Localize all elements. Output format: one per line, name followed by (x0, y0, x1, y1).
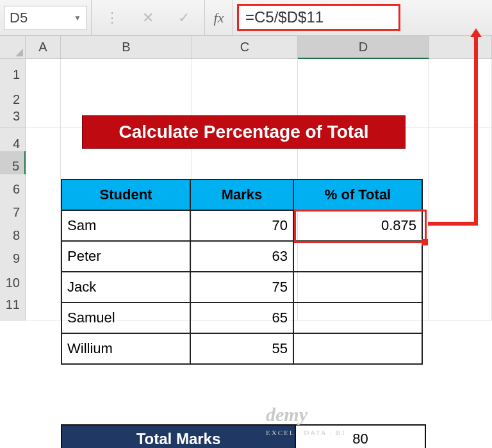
total-value[interactable]: 80 (295, 424, 426, 448)
name-box-value: D5 (10, 10, 28, 26)
cell-student[interactable]: Jack (62, 272, 190, 303)
formula-text: =C5/$D$11 (245, 8, 324, 26)
dots-icon: ⋮ (103, 9, 121, 27)
col-marks[interactable]: Marks (190, 179, 293, 210)
row-head-11[interactable]: 11 (0, 290, 26, 320)
cell-marks[interactable]: 65 (190, 303, 293, 333)
cell-student[interactable]: Samuel (62, 303, 190, 333)
table-row[interactable]: Jack75 (62, 272, 422, 303)
cell-marks[interactable]: 63 (190, 241, 293, 272)
cell-pct[interactable] (293, 272, 422, 303)
col-head-A[interactable]: A (26, 36, 61, 59)
annotation-arrow-v (474, 33, 478, 226)
total-label[interactable]: Total Marks (61, 424, 295, 448)
cell-student[interactable]: Willium (62, 333, 190, 364)
fill-handle[interactable] (422, 239, 428, 245)
cell[interactable] (26, 290, 61, 320)
col-head-D[interactable]: D (298, 36, 429, 59)
cell[interactable] (429, 290, 492, 320)
cell-marks[interactable]: 70 (190, 210, 293, 241)
cancel-icon[interactable]: ✕ (139, 9, 157, 27)
cell-pct[interactable] (293, 303, 422, 333)
cell[interactable] (26, 105, 61, 128)
table-row[interactable]: Willium55 (62, 333, 422, 364)
cell-student[interactable]: Peter (62, 241, 190, 272)
table-row[interactable]: Peter63 (62, 241, 422, 272)
table-row[interactable]: Sam700.875 (62, 210, 422, 241)
chevron-down-icon[interactable]: ▼ (74, 13, 81, 22)
cell-pct[interactable]: 0.875 (293, 210, 422, 241)
formula-input-wrap: =C5/$D$11 (233, 0, 492, 35)
cell-marks[interactable]: 55 (190, 333, 293, 364)
name-box[interactable]: D5 ▼ (4, 6, 87, 30)
fx-icon[interactable]: fx (205, 0, 233, 35)
cell-pct[interactable] (293, 241, 422, 272)
col-student[interactable]: Student (62, 179, 190, 210)
col-head-B[interactable]: B (61, 36, 192, 59)
name-box-wrap: D5 ▼ (0, 0, 92, 35)
cell-pct[interactable] (293, 333, 422, 364)
title-banner: Calculate Percentage of Total (82, 115, 406, 149)
annotation-arrow-h (428, 222, 478, 226)
col-pct[interactable]: % of Total (293, 179, 422, 210)
cell[interactable] (429, 105, 492, 128)
table-row[interactable]: Samuel65 (62, 303, 422, 333)
formula-bar: D5 ▼ ⋮ ✕ ✓ fx =C5/$D$11 (0, 0, 492, 36)
cell-student[interactable]: Sam (62, 210, 190, 241)
formula-bar-buttons: ⋮ ✕ ✓ (92, 0, 205, 35)
row-head-3[interactable]: 3 (0, 105, 26, 128)
accept-icon[interactable]: ✓ (175, 9, 193, 27)
total-row: Total Marks 80 (61, 424, 426, 448)
col-head-extra (429, 36, 492, 59)
data-table: Student Marks % of Total Sam700.875Peter… (61, 179, 423, 365)
cell-marks[interactable]: 75 (190, 272, 293, 303)
select-all-corner[interactable] (0, 36, 26, 59)
formula-input[interactable]: =C5/$D$11 (237, 4, 400, 31)
table-header-row: Student Marks % of Total (62, 179, 422, 210)
col-head-C[interactable]: C (192, 36, 298, 59)
